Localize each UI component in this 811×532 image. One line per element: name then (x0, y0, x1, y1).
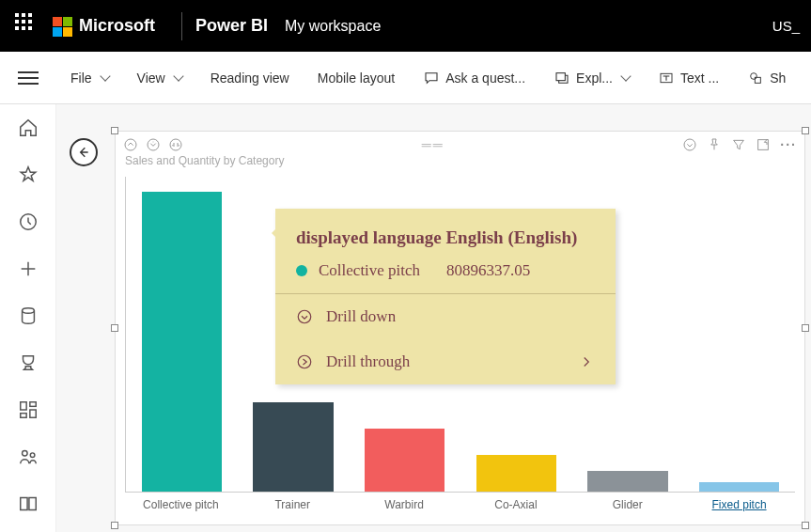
reading-view-button[interactable]: Reading view (211, 70, 289, 86)
drill-down-icon (296, 308, 313, 325)
svg-point-5 (22, 308, 34, 314)
text-label: Text ... (680, 70, 719, 86)
svg-rect-9 (20, 414, 25, 418)
focus-mode-icon[interactable] (756, 137, 771, 152)
bar[interactable] (476, 455, 556, 492)
resize-handle[interactable] (802, 127, 809, 134)
text-box-button[interactable]: Text ... (658, 70, 719, 86)
chart-title: Sales and Quantity by Category (116, 154, 804, 167)
expand-level-icon[interactable] (168, 137, 183, 152)
mobile-layout-label: Mobile layout (318, 70, 396, 86)
x-axis-label[interactable]: Collective pitch (125, 494, 237, 515)
home-icon[interactable] (18, 117, 39, 138)
x-axis-label[interactable]: Fixed pitch (683, 494, 795, 515)
tooltip-series-value: 80896337.05 (446, 261, 530, 280)
back-button[interactable] (70, 138, 98, 166)
chevron-right-icon (578, 353, 595, 370)
file-label: File (70, 70, 92, 86)
view-menu[interactable]: View (137, 70, 182, 86)
drill-down-action[interactable]: Drill down (275, 294, 616, 339)
chat-icon (423, 70, 440, 86)
tooltip-series-label: Collective pitch (319, 261, 420, 280)
x-axis-label[interactable]: Trainer (237, 494, 349, 515)
learn-icon[interactable] (18, 493, 39, 514)
drill-through-icon (296, 353, 313, 370)
drag-handle-icon[interactable]: ══ (422, 137, 444, 152)
ask-label: Ask a quest... (445, 70, 525, 86)
locale-indicator[interactable]: US_ (772, 18, 800, 34)
svg-point-11 (30, 453, 35, 458)
drill-through-label: Drill through (326, 352, 410, 371)
app-launcher-icon[interactable] (15, 13, 41, 39)
svg-rect-0 (556, 72, 565, 80)
reading-view-label: Reading view (211, 70, 289, 86)
file-menu[interactable]: File (70, 70, 109, 86)
svg-rect-7 (29, 402, 35, 407)
drill-down-label: Drill down (326, 307, 396, 326)
x-axis-label[interactable]: Glider (571, 494, 683, 515)
shared-icon[interactable] (18, 446, 39, 467)
x-axis-label[interactable]: Warbird (349, 494, 460, 515)
report-canvas: ══ ··· Sales and Quantity by Category Co… (56, 104, 811, 532)
svg-point-18 (298, 355, 311, 368)
svg-point-15 (684, 139, 695, 150)
nav-rail (0, 104, 56, 532)
svg-point-2 (751, 72, 757, 79)
svg-point-17 (298, 310, 311, 323)
shapes-icon (747, 70, 764, 86)
shapes-button[interactable]: Sh (747, 70, 786, 86)
resize-handle[interactable] (111, 522, 118, 529)
microsoft-logo: Microsoft (53, 16, 155, 36)
svg-point-14 (170, 139, 181, 150)
top-bar: Microsoft Power BI My workspace US_ (0, 0, 811, 52)
recent-icon[interactable] (18, 211, 39, 232)
tooltip-header: displayed language English (English) (296, 226, 595, 250)
chart-visual[interactable]: ══ ··· Sales and Quantity by Category Co… (115, 131, 805, 525)
drill-toggle-icon[interactable] (682, 137, 697, 152)
workspace-name[interactable]: My workspace (285, 18, 381, 35)
pin-icon[interactable] (707, 137, 722, 152)
more-options-icon[interactable]: ··· (780, 137, 797, 152)
filter-icon[interactable] (731, 137, 746, 152)
tooltip-card: displayed language English (English) Col… (275, 209, 616, 384)
svg-point-12 (125, 139, 136, 150)
resize-handle[interactable] (802, 522, 809, 529)
datasets-icon[interactable] (18, 305, 39, 326)
apps-icon[interactable] (18, 399, 39, 420)
series-color-dot (296, 265, 307, 276)
mobile-layout-button[interactable]: Mobile layout (318, 70, 396, 86)
bar[interactable] (699, 482, 779, 492)
create-icon[interactable] (18, 258, 39, 279)
drill-through-action[interactable]: Drill through (275, 339, 616, 384)
textbox-icon (658, 70, 675, 86)
microsoft-label: Microsoft (79, 16, 155, 36)
bar[interactable] (587, 471, 667, 492)
goals-icon[interactable] (18, 352, 39, 373)
explore-menu[interactable]: Expl... (554, 70, 630, 86)
bar[interactable] (365, 429, 444, 492)
resize-handle[interactable] (111, 324, 118, 332)
toolbar: File View Reading view Mobile layout Ask… (0, 52, 811, 104)
bar-slot[interactable] (683, 177, 795, 492)
explore-icon (554, 70, 570, 86)
shapes-label: Sh (770, 70, 786, 86)
bar-slot[interactable] (126, 177, 238, 492)
x-axis-label[interactable]: Co-Axial (460, 494, 571, 515)
bar[interactable] (142, 192, 222, 492)
drill-up-icon[interactable] (123, 137, 138, 152)
svg-rect-6 (20, 402, 25, 410)
explore-label: Expl... (576, 70, 613, 86)
nav-toggle-button[interactable] (0, 52, 56, 104)
svg-point-10 (22, 451, 26, 457)
favorites-icon[interactable] (18, 164, 39, 185)
product-name[interactable]: Power BI (195, 16, 268, 36)
drill-down-all-icon[interactable] (146, 137, 161, 152)
resize-handle[interactable] (111, 127, 118, 134)
view-label: View (137, 70, 165, 86)
arrow-left-icon (76, 145, 91, 160)
bar[interactable] (253, 402, 333, 492)
svg-rect-8 (29, 410, 35, 417)
ask-question-button[interactable]: Ask a quest... (423, 70, 525, 86)
resize-handle[interactable] (802, 324, 809, 332)
x-axis-labels: Collective pitchTrainerWarbirdCo-AxialGl… (125, 494, 795, 515)
